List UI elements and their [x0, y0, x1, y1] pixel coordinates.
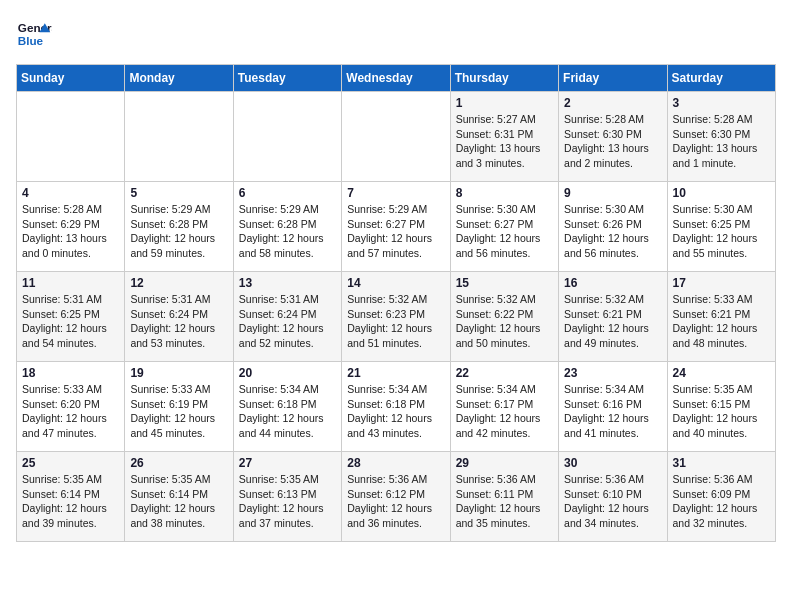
- day-number: 26: [130, 456, 227, 470]
- calendar-week-row: 1Sunrise: 5:27 AMSunset: 6:31 PMDaylight…: [17, 92, 776, 182]
- day-info: Sunrise: 5:35 AMSunset: 6:14 PMDaylight:…: [22, 472, 119, 531]
- page-header: General Blue: [16, 16, 776, 52]
- day-number: 27: [239, 456, 336, 470]
- calendar-cell: 26Sunrise: 5:35 AMSunset: 6:14 PMDayligh…: [125, 452, 233, 542]
- day-info: Sunrise: 5:36 AMSunset: 6:11 PMDaylight:…: [456, 472, 553, 531]
- day-number: 2: [564, 96, 661, 110]
- day-number: 20: [239, 366, 336, 380]
- day-number: 17: [673, 276, 770, 290]
- calendar-cell: 2Sunrise: 5:28 AMSunset: 6:30 PMDaylight…: [559, 92, 667, 182]
- calendar-week-row: 11Sunrise: 5:31 AMSunset: 6:25 PMDayligh…: [17, 272, 776, 362]
- calendar-cell: 21Sunrise: 5:34 AMSunset: 6:18 PMDayligh…: [342, 362, 450, 452]
- day-number: 8: [456, 186, 553, 200]
- day-number: 31: [673, 456, 770, 470]
- calendar-cell: 6Sunrise: 5:29 AMSunset: 6:28 PMDaylight…: [233, 182, 341, 272]
- calendar-cell: 16Sunrise: 5:32 AMSunset: 6:21 PMDayligh…: [559, 272, 667, 362]
- day-number: 23: [564, 366, 661, 380]
- calendar-cell: 13Sunrise: 5:31 AMSunset: 6:24 PMDayligh…: [233, 272, 341, 362]
- day-number: 21: [347, 366, 444, 380]
- day-number: 22: [456, 366, 553, 380]
- day-of-week-header: Wednesday: [342, 65, 450, 92]
- calendar-week-row: 18Sunrise: 5:33 AMSunset: 6:20 PMDayligh…: [17, 362, 776, 452]
- day-number: 3: [673, 96, 770, 110]
- day-info: Sunrise: 5:29 AMSunset: 6:28 PMDaylight:…: [130, 202, 227, 261]
- day-info: Sunrise: 5:34 AMSunset: 6:17 PMDaylight:…: [456, 382, 553, 441]
- day-number: 10: [673, 186, 770, 200]
- calendar-cell: 25Sunrise: 5:35 AMSunset: 6:14 PMDayligh…: [17, 452, 125, 542]
- calendar-cell: 30Sunrise: 5:36 AMSunset: 6:10 PMDayligh…: [559, 452, 667, 542]
- calendar-week-row: 4Sunrise: 5:28 AMSunset: 6:29 PMDaylight…: [17, 182, 776, 272]
- calendar-cell: 12Sunrise: 5:31 AMSunset: 6:24 PMDayligh…: [125, 272, 233, 362]
- day-info: Sunrise: 5:34 AMSunset: 6:18 PMDaylight:…: [347, 382, 444, 441]
- calendar-cell: 7Sunrise: 5:29 AMSunset: 6:27 PMDaylight…: [342, 182, 450, 272]
- calendar-header-row: SundayMondayTuesdayWednesdayThursdayFrid…: [17, 65, 776, 92]
- day-of-week-header: Saturday: [667, 65, 775, 92]
- day-number: 16: [564, 276, 661, 290]
- day-number: 15: [456, 276, 553, 290]
- day-info: Sunrise: 5:35 AMSunset: 6:14 PMDaylight:…: [130, 472, 227, 531]
- day-number: 30: [564, 456, 661, 470]
- day-info: Sunrise: 5:36 AMSunset: 6:12 PMDaylight:…: [347, 472, 444, 531]
- logo: General Blue: [16, 16, 52, 52]
- calendar-cell: 5Sunrise: 5:29 AMSunset: 6:28 PMDaylight…: [125, 182, 233, 272]
- day-info: Sunrise: 5:33 AMSunset: 6:20 PMDaylight:…: [22, 382, 119, 441]
- day-info: Sunrise: 5:28 AMSunset: 6:30 PMDaylight:…: [673, 112, 770, 171]
- calendar-cell: 4Sunrise: 5:28 AMSunset: 6:29 PMDaylight…: [17, 182, 125, 272]
- calendar-cell: 14Sunrise: 5:32 AMSunset: 6:23 PMDayligh…: [342, 272, 450, 362]
- calendar-table: SundayMondayTuesdayWednesdayThursdayFrid…: [16, 64, 776, 542]
- day-number: 19: [130, 366, 227, 380]
- calendar-cell: 31Sunrise: 5:36 AMSunset: 6:09 PMDayligh…: [667, 452, 775, 542]
- calendar-cell: 11Sunrise: 5:31 AMSunset: 6:25 PMDayligh…: [17, 272, 125, 362]
- day-info: Sunrise: 5:34 AMSunset: 6:16 PMDaylight:…: [564, 382, 661, 441]
- day-info: Sunrise: 5:33 AMSunset: 6:21 PMDaylight:…: [673, 292, 770, 351]
- day-info: Sunrise: 5:33 AMSunset: 6:19 PMDaylight:…: [130, 382, 227, 441]
- day-info: Sunrise: 5:32 AMSunset: 6:21 PMDaylight:…: [564, 292, 661, 351]
- day-of-week-header: Thursday: [450, 65, 558, 92]
- calendar-cell: 9Sunrise: 5:30 AMSunset: 6:26 PMDaylight…: [559, 182, 667, 272]
- day-info: Sunrise: 5:30 AMSunset: 6:27 PMDaylight:…: [456, 202, 553, 261]
- calendar-cell: 3Sunrise: 5:28 AMSunset: 6:30 PMDaylight…: [667, 92, 775, 182]
- svg-text:Blue: Blue: [18, 34, 44, 47]
- day-info: Sunrise: 5:32 AMSunset: 6:22 PMDaylight:…: [456, 292, 553, 351]
- calendar-cell: 22Sunrise: 5:34 AMSunset: 6:17 PMDayligh…: [450, 362, 558, 452]
- day-number: 28: [347, 456, 444, 470]
- calendar-cell: [125, 92, 233, 182]
- day-info: Sunrise: 5:29 AMSunset: 6:27 PMDaylight:…: [347, 202, 444, 261]
- day-info: Sunrise: 5:36 AMSunset: 6:09 PMDaylight:…: [673, 472, 770, 531]
- calendar-cell: 10Sunrise: 5:30 AMSunset: 6:25 PMDayligh…: [667, 182, 775, 272]
- day-info: Sunrise: 5:35 AMSunset: 6:13 PMDaylight:…: [239, 472, 336, 531]
- day-number: 29: [456, 456, 553, 470]
- calendar-cell: 27Sunrise: 5:35 AMSunset: 6:13 PMDayligh…: [233, 452, 341, 542]
- day-number: 9: [564, 186, 661, 200]
- calendar-cell: 28Sunrise: 5:36 AMSunset: 6:12 PMDayligh…: [342, 452, 450, 542]
- day-info: Sunrise: 5:36 AMSunset: 6:10 PMDaylight:…: [564, 472, 661, 531]
- calendar-cell: 19Sunrise: 5:33 AMSunset: 6:19 PMDayligh…: [125, 362, 233, 452]
- day-info: Sunrise: 5:31 AMSunset: 6:25 PMDaylight:…: [22, 292, 119, 351]
- day-info: Sunrise: 5:28 AMSunset: 6:29 PMDaylight:…: [22, 202, 119, 261]
- logo-icon: General Blue: [16, 16, 52, 52]
- day-info: Sunrise: 5:32 AMSunset: 6:23 PMDaylight:…: [347, 292, 444, 351]
- day-of-week-header: Friday: [559, 65, 667, 92]
- day-info: Sunrise: 5:30 AMSunset: 6:26 PMDaylight:…: [564, 202, 661, 261]
- day-number: 7: [347, 186, 444, 200]
- calendar-cell: 23Sunrise: 5:34 AMSunset: 6:16 PMDayligh…: [559, 362, 667, 452]
- day-number: 11: [22, 276, 119, 290]
- day-info: Sunrise: 5:30 AMSunset: 6:25 PMDaylight:…: [673, 202, 770, 261]
- day-info: Sunrise: 5:31 AMSunset: 6:24 PMDaylight:…: [130, 292, 227, 351]
- day-number: 4: [22, 186, 119, 200]
- calendar-cell: [17, 92, 125, 182]
- day-number: 14: [347, 276, 444, 290]
- day-of-week-header: Tuesday: [233, 65, 341, 92]
- day-info: Sunrise: 5:27 AMSunset: 6:31 PMDaylight:…: [456, 112, 553, 171]
- day-of-week-header: Sunday: [17, 65, 125, 92]
- day-info: Sunrise: 5:34 AMSunset: 6:18 PMDaylight:…: [239, 382, 336, 441]
- calendar-cell: 20Sunrise: 5:34 AMSunset: 6:18 PMDayligh…: [233, 362, 341, 452]
- day-info: Sunrise: 5:35 AMSunset: 6:15 PMDaylight:…: [673, 382, 770, 441]
- day-info: Sunrise: 5:28 AMSunset: 6:30 PMDaylight:…: [564, 112, 661, 171]
- day-number: 1: [456, 96, 553, 110]
- calendar-cell: 29Sunrise: 5:36 AMSunset: 6:11 PMDayligh…: [450, 452, 558, 542]
- day-number: 5: [130, 186, 227, 200]
- calendar-cell: 15Sunrise: 5:32 AMSunset: 6:22 PMDayligh…: [450, 272, 558, 362]
- day-info: Sunrise: 5:29 AMSunset: 6:28 PMDaylight:…: [239, 202, 336, 261]
- calendar-week-row: 25Sunrise: 5:35 AMSunset: 6:14 PMDayligh…: [17, 452, 776, 542]
